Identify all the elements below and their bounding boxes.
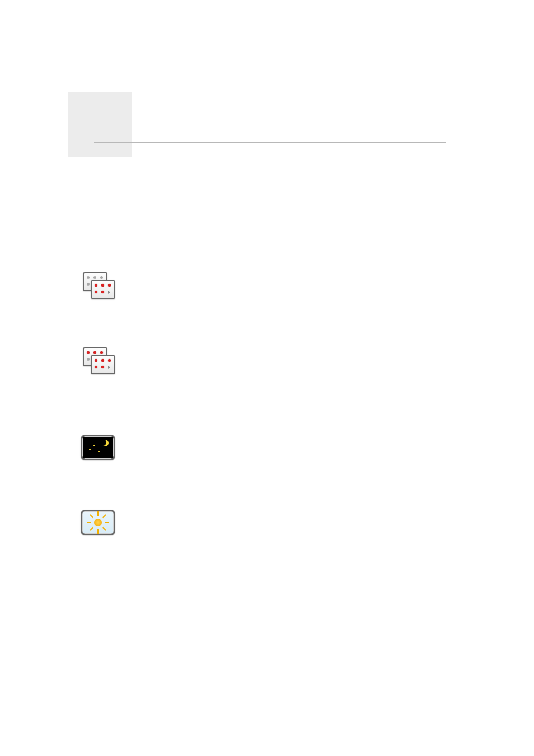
route-overlay-icon	[81, 347, 116, 375]
day-mode-icon	[81, 510, 116, 535]
map-selection-icon	[81, 272, 116, 300]
night-mode-icon	[81, 435, 116, 460]
header-divider	[94, 142, 446, 143]
header-gray-block	[68, 92, 132, 157]
